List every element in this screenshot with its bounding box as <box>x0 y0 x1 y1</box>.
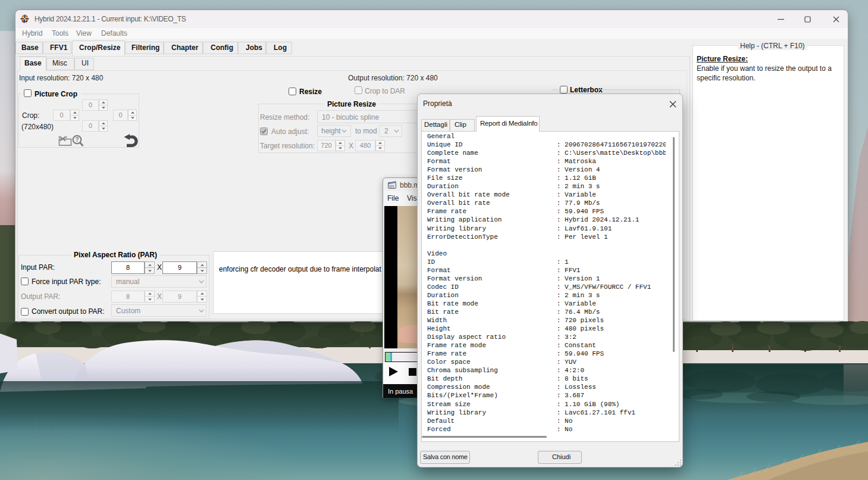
svg-text:?: ? <box>75 136 79 143</box>
svg-text:321: 321 <box>389 185 394 188</box>
